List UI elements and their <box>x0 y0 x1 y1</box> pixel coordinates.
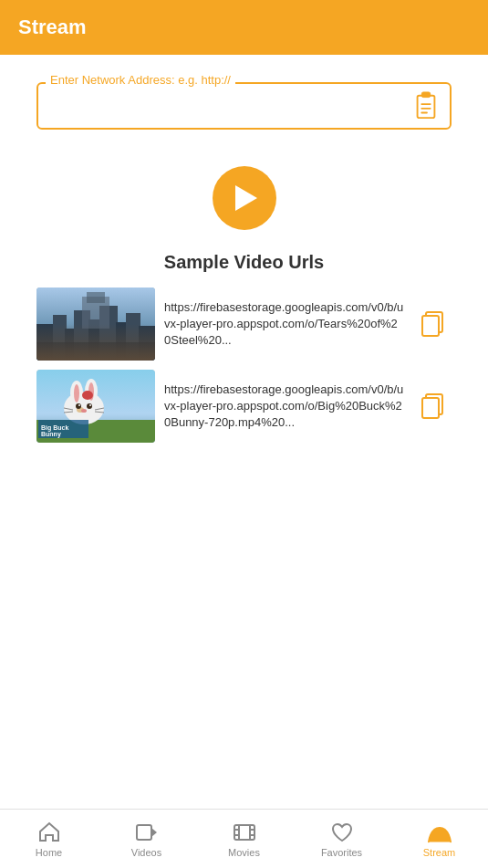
svg-rect-6 <box>36 324 55 361</box>
svg-rect-43 <box>137 825 151 840</box>
movies-icon <box>233 821 256 844</box>
input-row <box>36 82 452 130</box>
nav-label-favorites: Favorites <box>321 847 362 858</box>
header: Stream <box>0 0 488 55</box>
video-thumbnail-tears <box>36 288 155 361</box>
svg-rect-15 <box>36 342 155 361</box>
favorites-icon <box>330 821 354 844</box>
header-title: Stream <box>18 16 87 39</box>
svg-rect-8 <box>65 329 76 361</box>
play-icon <box>235 185 257 211</box>
svg-rect-45 <box>234 825 254 840</box>
nav-label-home: Home <box>36 847 62 858</box>
svg-point-30 <box>78 404 80 406</box>
svg-point-29 <box>87 403 92 409</box>
nav-label-stream: Stream <box>423 847 455 858</box>
clipboard-icon <box>413 91 439 120</box>
svg-text:Bunny: Bunny <box>41 431 61 438</box>
nav-item-home[interactable]: Home <box>0 810 98 868</box>
svg-rect-7 <box>53 315 67 361</box>
svg-rect-3 <box>421 108 431 110</box>
copy-button-tears[interactable] <box>413 303 452 345</box>
home-icon <box>37 821 61 844</box>
nav-item-movies[interactable]: Movies <box>195 810 293 868</box>
videos-icon <box>135 821 159 844</box>
copy-icon-tears <box>419 309 446 340</box>
svg-rect-4 <box>421 112 428 114</box>
nav-item-stream[interactable]: Stream <box>390 810 488 868</box>
bottom-navigation: Home Videos Movies <box>0 809 488 868</box>
nav-item-favorites[interactable]: Favorites <box>293 810 390 868</box>
copy-button-bbb[interactable] <box>413 385 452 427</box>
svg-rect-0 <box>418 96 435 118</box>
video-item: Big Buck Bunny https://firebasestorage.g… <box>36 370 452 443</box>
svg-rect-13 <box>126 313 140 361</box>
video-url-bbb: https://firebasestorage.googleapis.com/v… <box>155 382 413 432</box>
bbb-svg: Big Buck Bunny <box>36 370 155 443</box>
svg-rect-19 <box>422 316 439 336</box>
video-thumbnail-bbb: Big Buck Bunny <box>36 370 155 443</box>
video-url-tears: https://firebasestorage.googleapis.com/v… <box>155 299 413 350</box>
svg-point-37 <box>82 391 93 400</box>
stream-icon <box>428 821 452 844</box>
nav-label-movies: Movies <box>228 847 260 858</box>
play-button[interactable] <box>213 166 276 230</box>
svg-rect-2 <box>421 103 431 105</box>
svg-marker-44 <box>151 828 157 837</box>
svg-rect-42 <box>422 398 439 418</box>
nav-item-videos[interactable]: Videos <box>98 810 195 868</box>
input-label: Enter Network Address: e.g. http:// <box>46 73 235 87</box>
main-content: Enter Network Address: e.g. http:// Samp… <box>0 55 488 452</box>
thumb-tears-image <box>36 288 155 361</box>
svg-rect-10 <box>88 319 101 361</box>
clipboard-button[interactable] <box>402 84 450 128</box>
section-title: Sample Video Urls <box>164 252 324 273</box>
svg-point-32 <box>81 409 87 413</box>
svg-rect-17 <box>87 292 105 303</box>
svg-point-28 <box>76 403 81 409</box>
nav-label-videos: Videos <box>131 847 161 858</box>
svg-point-25 <box>74 384 79 403</box>
network-address-container: Enter Network Address: e.g. http:// <box>36 82 452 130</box>
svg-rect-1 <box>421 92 430 98</box>
tears-svg <box>36 288 155 361</box>
copy-icon-bbb <box>419 391 446 422</box>
video-list: https://firebasestorage.googleapis.com/v… <box>36 288 452 452</box>
svg-rect-14 <box>139 326 155 361</box>
network-address-input[interactable] <box>38 86 402 127</box>
svg-rect-12 <box>116 322 128 361</box>
svg-point-31 <box>89 404 91 406</box>
video-item: https://firebasestorage.googleapis.com/v… <box>36 288 452 361</box>
